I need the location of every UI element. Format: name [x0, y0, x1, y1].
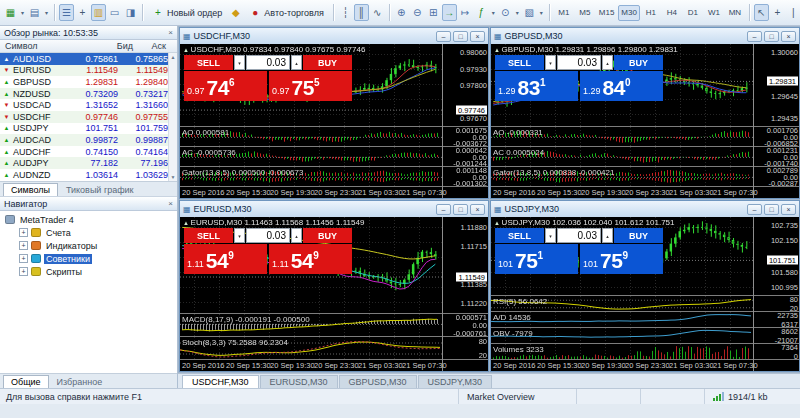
zoom-out-icon[interactable]: ⊖ — [410, 4, 425, 21]
timeframe-h4[interactable]: H4 — [662, 5, 682, 21]
vertical-line-icon[interactable]: | — [786, 4, 800, 21]
lot-size-input[interactable]: 0.03 — [246, 228, 290, 243]
sell-price[interactable]: 1.11549 — [184, 244, 267, 274]
main-price-pane[interactable]: ▲ GBPUSD,M30 1.29831 1.29896 1.29800 1.2… — [491, 44, 753, 126]
lot-increase-icon[interactable]: ▴ — [602, 55, 613, 70]
tree-root-metatrader4[interactable]: MetaTrader 4 — [2, 213, 175, 226]
lot-size-input[interactable]: 0.03 — [246, 55, 290, 70]
buy-button[interactable]: BUY — [303, 228, 352, 243]
market-watch-columns[interactable]: Символ Бид Аск — [0, 40, 177, 53]
indicator-pane-ao[interactable]: AO -0.000331 — [491, 126, 753, 146]
indicator-pane-line[interactable]: A/D 14536 — [491, 311, 753, 327]
indicator-pane-gator[interactable]: Gator(13,8,5) 0.000838 -0.000421 — [491, 166, 753, 186]
profiles-caret-icon[interactable]: ▾ — [43, 9, 50, 16]
restore-button[interactable]: □ — [453, 204, 468, 215]
buy-price[interactable]: 1.11549 — [269, 244, 352, 274]
market-row-gbpusd[interactable]: ▲GBPUSD1.298311.29840 — [0, 76, 168, 88]
tree-item-3[interactable]: +Советники — [2, 252, 175, 265]
sell-button[interactable]: SELL — [495, 228, 544, 243]
sell-button[interactable]: SELL — [184, 228, 233, 243]
cursor-icon[interactable]: ↖ — [754, 4, 769, 21]
market-row-audnzd[interactable]: ▲AUDNZD1.036141.03629 — [0, 169, 168, 181]
chart-tab-usdchf[interactable]: USDCHF,M30 — [182, 375, 259, 388]
market-row-usdjpy[interactable]: ▲USDJPY101.751101.759 — [0, 123, 168, 135]
expand-icon[interactable]: + — [19, 267, 28, 276]
indicator-pane-macd[interactable]: MACD(8,17,9) -0.000191 -0.000500 — [180, 313, 442, 336]
chart-shift-icon[interactable]: ↦ — [458, 4, 473, 21]
market-row-eurusd[interactable]: ▼EURUSD1.115491.11549 — [0, 65, 168, 77]
buy-button[interactable]: BUY — [614, 55, 663, 70]
column-bid[interactable]: Бид — [81, 41, 133, 51]
chart-tab-usdjpy[interactable]: USDJPY,M30 — [418, 375, 492, 388]
sell-price[interactable]: 0.97746 — [184, 71, 267, 101]
expand-icon[interactable]: + — [19, 254, 28, 263]
expand-icon[interactable]: + — [19, 241, 28, 250]
tree-item-2[interactable]: +Индикаторы — [2, 239, 175, 252]
zoom-in-icon[interactable]: ⊕ — [394, 4, 409, 21]
sell-button[interactable]: SELL — [495, 55, 544, 70]
expand-icon[interactable]: + — [19, 228, 28, 237]
minimize-button[interactable]: – — [747, 204, 762, 215]
tree-item-4[interactable]: +Скрипты — [2, 265, 175, 278]
lot-increase-icon[interactable]: ▴ — [291, 228, 302, 243]
autotrade-button[interactable]: ● Авто-торговля — [244, 3, 328, 22]
column-ask[interactable]: Аск — [133, 41, 177, 51]
navigator-tab-2[interactable]: Избранное — [49, 375, 111, 388]
market-row-audusd[interactable]: ▲AUDUSD0.758610.75865 — [0, 53, 168, 65]
chart-window-titlebar[interactable]: ▦USDCHF,M30–□× — [180, 28, 488, 44]
timeframe-mn[interactable]: MN — [725, 5, 745, 21]
new-chart-caret-icon[interactable]: ▾ — [19, 9, 26, 16]
terminal-icon[interactable]: ▭ — [107, 4, 122, 21]
market-watch-tab-2[interactable]: Тиковый график — [58, 183, 142, 196]
indicator-pane-stoch[interactable]: Stoch(8,3,3) 75.2588 96.2304 — [180, 336, 442, 359]
lot-size-input[interactable]: 0.03 — [557, 228, 601, 243]
market-row-usdcad[interactable]: ▼USDCAD1.316521.31660 — [0, 99, 168, 111]
chart-window-titlebar[interactable]: ▦GBPUSD,M30–□× — [491, 28, 799, 44]
minimize-button[interactable]: – — [436, 31, 451, 42]
scroll-down-icon[interactable]: ▼ — [171, 174, 176, 180]
buy-price[interactable]: 0.97755 — [269, 71, 352, 101]
indicator-pane-line[interactable]: OBV -7979 — [491, 327, 753, 343]
scroll-up-icon[interactable]: ▲ — [171, 54, 176, 60]
navigator-icon[interactable]: ▥ — [91, 4, 106, 21]
close-button[interactable]: × — [470, 31, 485, 42]
market-row-audjpy[interactable]: ▲AUDJPY77.18277.196 — [0, 157, 168, 169]
market-row-audcad[interactable]: ▲AUDCAD0.998720.99887 — [0, 134, 168, 146]
templates-caret-icon[interactable]: ▾ — [538, 9, 545, 16]
auto-scroll-icon[interactable]: → — [442, 4, 457, 21]
chart-tab-gbpusd[interactable]: GBPUSD,M30 — [339, 375, 417, 388]
profiles-icon[interactable]: ▤ — [27, 4, 42, 21]
buy-button[interactable]: BUY — [614, 228, 663, 243]
close-button[interactable]: × — [781, 204, 796, 215]
indicators-icon[interactable]: ƒ — [474, 4, 489, 21]
indicator-pane-volume[interactable]: Volumes 3233 — [491, 343, 753, 359]
buy-price[interactable]: 1.29840 — [580, 71, 663, 101]
timeframe-m15[interactable]: M15 — [596, 5, 618, 21]
bar-chart-icon[interactable]: ┆ — [338, 4, 353, 21]
chart-window-titlebar[interactable]: ▦USDJPY,M30–□× — [491, 201, 799, 217]
close-button[interactable]: × — [470, 204, 485, 215]
metaeditor-icon[interactable]: ◆ — [228, 4, 243, 21]
lot-dropdown-icon[interactable]: ▾ — [234, 55, 245, 70]
timeframe-m30[interactable]: M30 — [618, 5, 640, 21]
strategy-tester-icon[interactable]: ◨ — [123, 4, 138, 21]
lot-size-input[interactable]: 0.03 — [557, 55, 601, 70]
restore-button[interactable]: □ — [764, 31, 779, 42]
main-price-pane[interactable]: ▲ USDJPY,M30 102.036 102.040 101.612 101… — [491, 217, 753, 295]
chart-tab-eurusd[interactable]: EURUSD,M30 — [260, 375, 338, 388]
indicator-pane-rsi[interactable]: RSI(5) 56.0642 — [491, 295, 753, 311]
time-axis[interactable]: 20 Sep 201620 Sep 15:3020 Sep 19:3020 Se… — [180, 186, 442, 198]
indicator-pane-ao[interactable]: AC 0.0005024 — [491, 146, 753, 166]
main-price-pane[interactable]: ▲ EURUSD,M30 1.11463 1.11568 1.11456 1.1… — [180, 217, 442, 313]
buy-price[interactable]: 101759 — [580, 244, 663, 274]
time-axis[interactable]: 20 Sep 201620 Sep 15:3020 Sep 19:3020 Se… — [491, 359, 753, 371]
restore-button[interactable]: □ — [764, 204, 779, 215]
indicator-pane-gator[interactable]: Gator(13,8,5) 0.000500 -0.000673 — [180, 166, 442, 186]
restore-button[interactable]: □ — [453, 31, 468, 42]
navigator-tab-1[interactable]: Общие — [3, 375, 49, 388]
lot-increase-icon[interactable]: ▴ — [602, 228, 613, 243]
lot-increase-icon[interactable]: ▴ — [291, 55, 302, 70]
periods-caret-icon[interactable]: ▾ — [514, 9, 521, 16]
timeframe-m5[interactable]: M5 — [575, 5, 595, 21]
minimize-button[interactable]: – — [436, 204, 451, 215]
